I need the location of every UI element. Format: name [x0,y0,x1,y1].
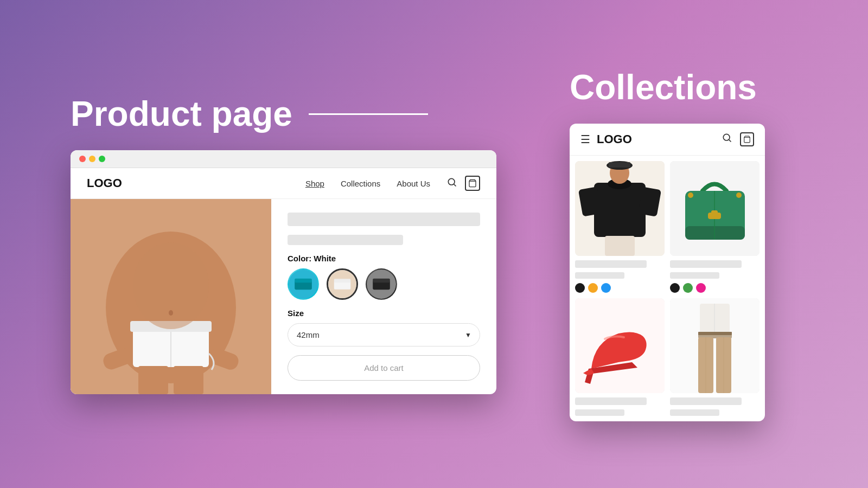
svg-rect-40 [711,210,718,215]
svg-point-42 [736,192,742,198]
heels-name-bar [575,397,647,405]
mobile-logo: LOGO [597,132,722,146]
collection-item-sweater[interactable] [575,161,665,293]
browser-titlebar [71,150,496,168]
nav-links: Shop Collections About Us [305,179,430,188]
svg-rect-33 [609,162,630,168]
bag-price-bar [670,272,719,279]
svg-point-0 [448,178,455,185]
nav-icons [446,176,480,191]
left-section: Product page LOGO Shop Collections About… [71,94,515,394]
svg-point-8 [133,242,209,329]
sweater-color-blue[interactable] [601,283,611,293]
swatch-black[interactable] [366,268,397,300]
color-label: Color: White [288,254,480,263]
color-swatches [288,268,480,300]
svg-rect-27 [594,183,646,237]
heels-image [575,298,665,393]
product-title-placeholder [288,213,480,226]
sweater-colors [575,283,665,293]
svg-rect-37 [685,226,745,240]
bag-colors [670,283,760,293]
sweater-color-black[interactable] [575,283,585,293]
product-details: Color: White [271,199,496,394]
product-page-heading: Product page [71,94,428,134]
nav-link-shop[interactable]: Shop [305,179,324,188]
mobile-nav: ☰ LOGO [570,124,765,156]
pants-price-bar [670,409,719,416]
search-icon[interactable] [446,177,457,190]
product-image-area [71,199,271,394]
nav-link-about[interactable]: About Us [397,179,430,188]
collections-heading: Collections [570,67,757,107]
swatch-cyan[interactable] [288,268,319,300]
browser-dot-green[interactable] [99,156,105,162]
swatch-white[interactable] [327,268,358,300]
nav-link-collections[interactable]: Collections [341,179,380,188]
svg-rect-16 [295,279,312,282]
mobile-mockup: ☰ LOGO [570,124,765,421]
mobile-nav-icons [722,132,754,146]
bag-color-pink[interactable] [696,283,706,293]
product-content: Color: White [71,199,496,394]
sweater-image [575,161,665,256]
heels-price-bar [575,409,624,416]
bag-color-black[interactable] [670,283,680,293]
collection-item-heels[interactable] [575,298,665,416]
svg-rect-10 [138,366,168,394]
sweater-price-bar [575,272,624,279]
product-logo: LOGO [87,176,122,190]
svg-rect-11 [174,366,203,394]
mobile-cart-icon[interactable] [740,132,754,146]
cart-icon[interactable] [465,176,480,191]
sweater-name-bar [575,260,647,268]
size-label: Size [288,309,480,318]
product-nav: LOGO Shop Collections About Us [71,168,496,199]
browser-dot-red[interactable] [79,156,86,162]
bag-name-bar [670,260,742,268]
svg-rect-52 [698,332,732,335]
collection-item-bag[interactable] [670,161,760,293]
svg-rect-34 [605,236,635,256]
svg-rect-19 [334,279,350,282]
collection-item-pants[interactable] [670,298,760,416]
browser-mockup: LOGO Shop Collections About Us [71,150,496,394]
svg-rect-22 [373,279,390,282]
title-divider [309,113,428,115]
svg-point-41 [688,192,693,198]
add-to-cart-button[interactable]: Add to cart [288,355,480,381]
size-select[interactable]: 42mm 44mm 46mm 48mm [288,323,480,346]
sweater-color-orange[interactable] [588,283,598,293]
size-select-wrapper: 42mm 44mm 46mm 48mm [288,323,480,346]
size-section: Size 42mm 44mm 46mm 48mm [288,309,480,346]
product-price-placeholder [288,235,403,245]
bag-color-green[interactable] [683,283,693,293]
mobile-search-icon[interactable] [722,132,732,146]
right-section: Collections ☰ LOGO [570,67,797,421]
svg-line-24 [729,139,731,142]
color-section: Color: White [288,254,480,300]
mobile-menu-icon[interactable]: ☰ [580,133,590,146]
pants-image [670,298,760,393]
product-page-title: Product page [71,94,292,134]
svg-point-23 [723,134,730,140]
collections-grid [570,156,765,421]
svg-line-1 [454,184,456,186]
pants-name-bar [670,397,742,405]
bag-image [670,161,760,256]
svg-point-9 [169,310,173,316]
browser-dot-yellow[interactable] [89,156,95,162]
